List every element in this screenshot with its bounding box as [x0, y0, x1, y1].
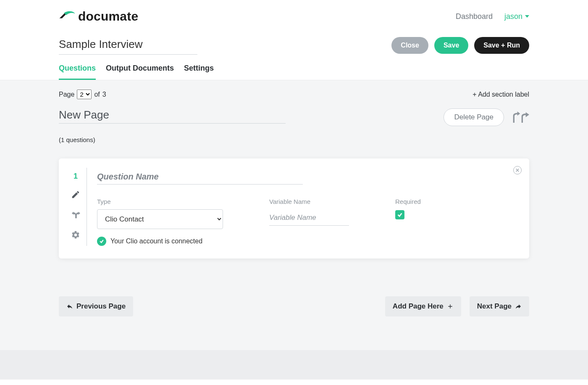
variable-name-input[interactable]: [269, 209, 349, 226]
footer-nav: Previous Page Add Page Here Next Page: [59, 296, 529, 316]
edit-icon[interactable]: [71, 190, 80, 201]
page-word: Page: [59, 91, 74, 98]
caret-down-icon: [525, 15, 529, 18]
add-page-here-label: Add Page Here: [393, 302, 444, 311]
tabs: Questions Output Documents Settings: [0, 55, 588, 80]
required-field: Required: [395, 198, 421, 229]
close-button[interactable]: Close: [391, 37, 428, 54]
logic-branch-icon[interactable]: [71, 210, 80, 221]
reply-arrow-icon: [66, 303, 73, 310]
of-word: of: [94, 91, 100, 98]
card-divider: [87, 168, 87, 246]
question-card: 1 Type Clio Contact: [59, 158, 529, 258]
branch-icon[interactable]: [512, 109, 529, 126]
card-sidebar: 1: [65, 168, 87, 246]
interview-title-input[interactable]: [59, 37, 197, 55]
save-run-button[interactable]: Save + Run: [474, 37, 529, 54]
plus-icon: [447, 303, 454, 310]
next-page-label: Next Page: [477, 302, 512, 311]
add-page-here-button[interactable]: Add Page Here: [385, 296, 461, 316]
close-question-button[interactable]: [513, 166, 522, 174]
variable-name-label: Variable Name: [269, 198, 349, 205]
previous-page-button[interactable]: Previous Page: [59, 296, 133, 316]
logo-icon: [59, 11, 76, 22]
bottom-strip: [0, 350, 588, 380]
required-label: Required: [395, 198, 421, 205]
question-count: (1 questions): [59, 136, 529, 143]
header-actions: Close Save Save + Run: [391, 37, 529, 54]
footer-right: Add Page Here Next Page: [385, 296, 529, 316]
nav-right: Dashboard jason: [456, 12, 529, 21]
body-area: Page 2 of 3 + Add section label New Page…: [0, 80, 588, 350]
page-title-input[interactable]: New Page: [59, 108, 286, 124]
card-body: Type Clio Contact Variable Name Required: [97, 168, 517, 246]
page-title-actions: Delete Page: [444, 108, 529, 126]
page-selector: Page 2 of 3: [59, 90, 106, 99]
add-section-label-button[interactable]: + Add section label: [472, 91, 529, 98]
logo[interactable]: documate: [59, 9, 138, 24]
check-circle-icon: [97, 237, 106, 246]
required-checkbox[interactable]: [395, 210, 404, 219]
type-label: Type: [97, 198, 223, 205]
question-name-input[interactable]: [97, 168, 303, 185]
save-button[interactable]: Save: [434, 37, 468, 54]
page-title-row: New Page Delete Page: [59, 108, 529, 126]
top-bar: documate Dashboard jason: [0, 0, 588, 24]
user-name: jason: [504, 12, 522, 21]
tab-settings[interactable]: Settings: [184, 64, 214, 80]
clio-connected-status: Your Clio account is connected: [97, 237, 517, 246]
tab-questions[interactable]: Questions: [59, 64, 96, 80]
delete-page-button[interactable]: Delete Page: [444, 108, 504, 126]
subheader: Close Save Save + Run: [0, 24, 588, 55]
question-number: 1: [74, 172, 78, 181]
forward-arrow-icon: [515, 303, 522, 310]
dashboard-link[interactable]: Dashboard: [456, 12, 493, 21]
gear-icon[interactable]: [71, 230, 80, 241]
type-select[interactable]: Clio Contact: [97, 209, 223, 229]
variable-name-field: Variable Name: [269, 198, 349, 229]
page-row: Page 2 of 3 + Add section label: [59, 90, 529, 99]
page-number-select[interactable]: 2: [77, 90, 92, 99]
next-page-button[interactable]: Next Page: [470, 296, 529, 316]
page-total: 3: [102, 91, 106, 98]
fields-row: Type Clio Contact Variable Name Required: [97, 198, 517, 229]
logo-text: documate: [78, 9, 138, 24]
previous-page-label: Previous Page: [76, 302, 126, 311]
tab-output-documents[interactable]: Output Documents: [106, 64, 174, 80]
user-menu[interactable]: jason: [504, 12, 529, 21]
clio-connected-text: Your Clio account is connected: [110, 237, 202, 245]
type-field: Type Clio Contact: [97, 198, 223, 229]
close-icon: [515, 168, 520, 172]
